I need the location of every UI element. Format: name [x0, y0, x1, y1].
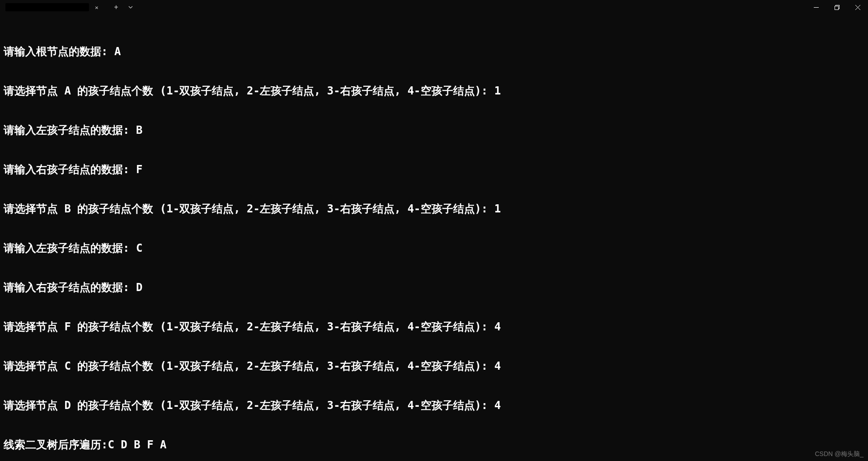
terminal-line: 请输入右孩子结点的数据: F	[4, 163, 864, 176]
terminal-line: 请输入右孩子结点的数据: D	[4, 281, 864, 294]
terminal-line: 请选择节点 B 的孩子结点个数 (1-双孩子结点, 2-左孩子结点, 3-右孩子…	[4, 202, 864, 216]
terminal-line: 线索二叉树后序遍历:C D B F A	[4, 438, 864, 452]
new-tab-button[interactable]: +	[108, 0, 124, 14]
close-window-button[interactable]	[847, 0, 868, 14]
maximize-button[interactable]	[826, 0, 847, 14]
watermark-text: CSDN @梅头脑_	[815, 450, 863, 458]
svg-rect-2	[835, 6, 838, 9]
close-tab-button[interactable]: ×	[93, 3, 101, 11]
tab-title-redacted	[5, 3, 89, 11]
terminal-line: 请输入根节点的数据: A	[4, 45, 864, 58]
titlebar: × +	[0, 0, 868, 14]
terminal-line: 请选择节点 F 的孩子结点个数 (1-双孩子结点, 2-左孩子结点, 3-右孩子…	[4, 320, 864, 334]
minimize-icon	[814, 5, 819, 10]
terminal-line: 请选择节点 C 的孩子结点个数 (1-双孩子结点, 2-左孩子结点, 3-右孩子…	[4, 360, 864, 373]
terminal-line: 请选择节点 A 的孩子结点个数 (1-双孩子结点, 2-左孩子结点, 3-右孩子…	[4, 85, 864, 98]
terminal-output[interactable]: 请输入根节点的数据: A 请选择节点 A 的孩子结点个数 (1-双孩子结点, 2…	[0, 14, 868, 461]
window-controls	[806, 0, 868, 14]
minimize-button[interactable]	[806, 0, 826, 14]
tab-dropdown-button[interactable]	[124, 0, 137, 14]
close-icon	[855, 5, 860, 10]
terminal-line: 请输入左孩子结点的数据: C	[4, 242, 864, 255]
maximize-icon	[835, 5, 840, 10]
terminal-line: 请输入左孩子结点的数据: B	[4, 124, 864, 137]
active-tab[interactable]: ×	[0, 0, 108, 14]
terminal-line: 请选择节点 D 的孩子结点个数 (1-双孩子结点, 2-左孩子结点, 3-右孩子…	[4, 399, 864, 412]
chevron-down-icon	[128, 5, 133, 10]
